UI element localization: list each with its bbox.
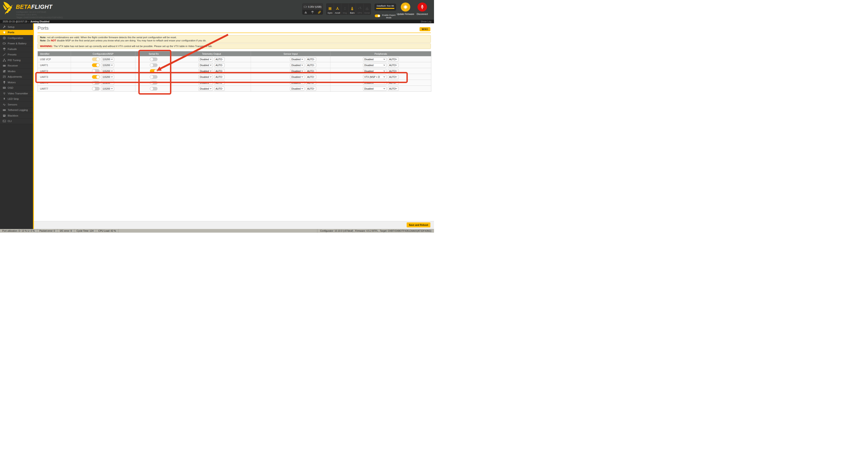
telemetry-baud-select[interactable]: AUTO	[214, 75, 225, 79]
ports-table: IdentifierConfiguration/MSPSerial RxTele…	[37, 51, 431, 92]
peripheral-baud-select[interactable]: AUTO	[388, 69, 399, 73]
peripheral-select[interactable]: Disabled	[363, 57, 386, 61]
telemetry-baud-select[interactable]: AUTO	[214, 63, 225, 67]
telemetry-select[interactable]: Disabled	[198, 75, 213, 79]
sidebar-item-osd[interactable]: OSDOSD	[0, 85, 33, 91]
peripheral-select[interactable]: Disabled	[363, 87, 386, 91]
sensor-label: Baro	[350, 11, 354, 14]
msp-toggle[interactable]	[92, 69, 100, 73]
sensor-input-cell: DisabledAUTO	[251, 62, 330, 68]
sidebar-item-cli[interactable]: CLI	[0, 119, 33, 124]
save-and-reboot-button[interactable]: Save and Reboot	[407, 223, 430, 227]
sidebar-item-failsafe[interactable]: Failsafe	[0, 47, 33, 52]
peripherals-cell: DisabledAUTO	[330, 68, 431, 74]
msp-toggle[interactable]	[92, 75, 100, 79]
sidebar-item-blackbox[interactable]: Blackbox	[0, 113, 33, 119]
peripheral-select[interactable]: Disabled	[363, 81, 386, 85]
peripheral-baud-select[interactable]: AUTO	[388, 81, 399, 85]
serial-rx-toggle[interactable]	[150, 75, 158, 79]
sidebar-item-tethered-logging[interactable]: Tethered Logging	[0, 108, 33, 113]
sensor-select[interactable]: Disabled	[290, 69, 305, 73]
peripheral-baud-select[interactable]: AUTO	[388, 57, 399, 61]
telemetry-select[interactable]: Disabled	[198, 81, 213, 85]
telemetry-baud-select[interactable]: AUTO	[214, 87, 225, 91]
sensor-select[interactable]: Disabled	[290, 81, 305, 85]
telemetry-baud-select[interactable]: AUTO	[214, 57, 225, 61]
sidebar-item-label: Modes	[8, 70, 16, 72]
msp-baud-select[interactable]: 115200	[101, 81, 114, 85]
telemetry-baud-select[interactable]: AUTO	[214, 81, 225, 85]
sensor-select[interactable]: Disabled	[290, 75, 305, 79]
sidebar-item-motors[interactable]: Motors	[0, 80, 33, 85]
disconnect-button[interactable]	[417, 2, 427, 11]
sensor-baud-select[interactable]: AUTO	[306, 57, 316, 61]
sidebar-item-power-battery[interactable]: Power & Battery	[0, 41, 33, 47]
sidebar-item-adjustments[interactable]: Adjustments	[0, 74, 33, 80]
sidebar-item-led-strip[interactable]: LED Strip	[0, 96, 33, 102]
sensor-baud-select[interactable]: AUTO	[306, 75, 316, 79]
sidebar-item-presets[interactable]: Presets	[0, 52, 33, 58]
msp-toggle[interactable]	[92, 63, 100, 67]
serial-rx-toggle[interactable]	[150, 69, 158, 73]
sidebar-item-video-transmitter[interactable]: Video Transmitter	[0, 91, 33, 96]
content-footer: Save and Reboot	[34, 221, 434, 229]
peripheral-select[interactable]: Disabled	[363, 63, 386, 67]
msp-toggle[interactable]	[92, 87, 100, 90]
cli-icon	[3, 119, 6, 123]
serial-rx-toggle[interactable]	[150, 87, 158, 90]
sensor-label: GPS	[358, 11, 362, 14]
telemetry-select[interactable]: Disabled	[198, 57, 213, 61]
sensor-baud-select[interactable]: AUTO	[306, 81, 316, 85]
sidebar-item-label: Motors	[8, 81, 16, 84]
page-title: Ports	[37, 25, 49, 31]
msp-baud-select[interactable]: 115200	[101, 69, 114, 73]
port-row-uart1: UART1 115200 DisabledAUTO DisabledAUTO D…	[38, 62, 431, 68]
sidebar-item-label: Failsafe	[8, 48, 17, 51]
expert-mode-control: Enable Expert Mode	[375, 14, 396, 19]
status-segment: CPU Load: 42 %	[96, 229, 119, 233]
wand-icon	[3, 53, 6, 56]
expert-mode-toggle[interactable]	[375, 14, 380, 17]
telemetry-baud-select[interactable]: AUTO	[214, 69, 225, 73]
serial-rx-toggle[interactable]	[150, 63, 158, 67]
sensor-select[interactable]: Disabled	[290, 57, 305, 61]
peripherals-cell: DisabledAUTO	[330, 86, 431, 91]
peripheral-select[interactable]: Disabled	[363, 69, 386, 73]
sensor-select[interactable]: Disabled	[290, 63, 305, 67]
telemetry-select[interactable]: Disabled	[198, 63, 213, 67]
update-firmware-button[interactable]	[401, 2, 410, 11]
sidebar-item-configuration[interactable]: Configuration	[0, 35, 33, 41]
sidebar-item-receiver[interactable]: Receiver	[0, 63, 33, 69]
sensor-select[interactable]: Disabled	[290, 87, 305, 91]
configuration-msp-cell: 115200	[71, 86, 135, 91]
msp-toggle[interactable]	[92, 57, 100, 61]
peripheral-baud-select[interactable]: AUTO	[388, 63, 399, 67]
sidebar-item-sensors[interactable]: Sensors	[0, 102, 33, 108]
msp-baud-select[interactable]: 115200	[101, 87, 114, 91]
sidebar-item-ports[interactable]: Ports	[0, 30, 33, 35]
wiki-button[interactable]: WIKI	[420, 27, 430, 31]
parachute-icon	[3, 48, 6, 51]
sidebar-item-modes[interactable]: Modes	[0, 68, 33, 74]
sidebar-item-setup[interactable]: Setup	[0, 24, 33, 30]
telemetry-output-cell: DisabledAUTO	[172, 80, 251, 86]
sensor-input-cell: DisabledAUTO	[251, 86, 330, 91]
msp-baud-select[interactable]: 115200	[101, 75, 114, 79]
telemetry-select[interactable]: Disabled	[198, 69, 213, 73]
peripheral-baud-select[interactable]: AUTO	[388, 75, 399, 79]
sensor-input-cell: DisabledAUTO	[251, 56, 330, 62]
telemetry-select[interactable]: Disabled	[198, 87, 213, 91]
sensor-baud-select[interactable]: AUTO	[306, 63, 316, 67]
sensor-baud-select[interactable]: AUTO	[306, 69, 316, 73]
sensor-baud-select[interactable]: AUTO	[306, 87, 316, 91]
serial-rx-toggle[interactable]	[150, 57, 158, 61]
show-log-button[interactable]: Show Log	[421, 20, 431, 23]
serial-rx-toggle[interactable]	[150, 81, 158, 85]
sidebar-item-pid-tuning[interactable]: PID Tuning	[0, 57, 33, 63]
msp-toggle[interactable]	[92, 81, 100, 85]
msp-baud-select[interactable]: 115200	[101, 63, 114, 67]
msp-baud-select[interactable]: 115200	[101, 57, 114, 61]
peripheral-select[interactable]: VTX (MSP + D	[363, 75, 386, 79]
peripheral-baud-select[interactable]: AUTO	[388, 87, 399, 91]
expert-mode-label: Enable Expert Mode	[381, 14, 396, 19]
